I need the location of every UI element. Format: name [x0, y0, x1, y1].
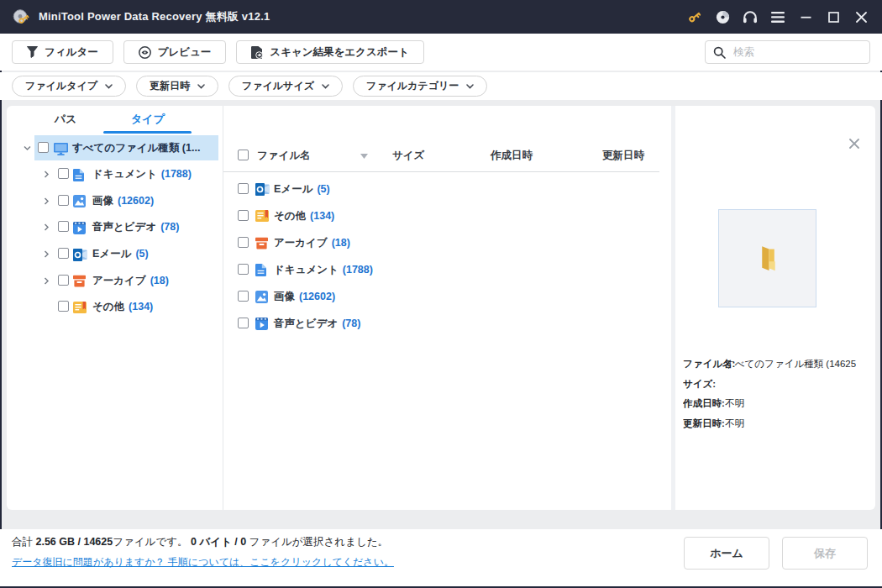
checkbox[interactable]: [238, 318, 249, 328]
file-size-filter[interactable]: ファイルサイズ: [228, 76, 343, 97]
toolbar-button-label: プレビュー: [158, 45, 212, 60]
row-file-name: 音声とビデオ: [274, 318, 338, 329]
table-body: Eメール(5) その他(134) アーカイブ(18) ドキュメント(1788) …: [223, 176, 671, 337]
select-all-checkbox[interactable]: [238, 150, 249, 160]
total-size-count: 2.56 GB / 14625: [35, 536, 113, 548]
checkbox[interactable]: [58, 301, 69, 312]
chevron-right-icon[interactable]: [42, 170, 51, 179]
column-created[interactable]: 作成日時: [491, 149, 533, 163]
close-icon[interactable]: [853, 9, 869, 24]
filter-pill-label: ファイルタイプ: [25, 79, 97, 93]
tree-item[interactable]: ドキュメント(1788): [7, 160, 223, 187]
chevron-right-icon[interactable]: [42, 249, 51, 259]
filter-pill-label: ファイルカテゴリー: [366, 79, 459, 93]
modified-date-filter[interactable]: 更新日時: [136, 76, 218, 97]
column-modified[interactable]: 更新日時: [602, 149, 644, 163]
checkbox[interactable]: [238, 264, 249, 275]
tree-item-label: アーカイブ: [92, 275, 146, 286]
file-info-label: 作成日時:: [683, 394, 725, 414]
tree-item[interactable]: 画像(12602): [7, 187, 223, 214]
checkbox[interactable]: [58, 248, 69, 259]
search-input[interactable]: [732, 45, 862, 59]
tree-item-label: その他: [92, 301, 124, 312]
caret-down-icon: [466, 84, 474, 89]
chevron-down-icon[interactable]: [23, 144, 32, 153]
minimize-icon[interactable]: [798, 9, 813, 24]
key-icon[interactable]: [687, 9, 702, 24]
search-box[interactable]: [705, 40, 870, 64]
headset-icon[interactable]: [743, 9, 758, 24]
tree-item[interactable]: アーカイブ(18): [7, 267, 223, 294]
file-info-value: 不明: [725, 394, 744, 414]
preview-button[interactable]: プレビュー: [123, 40, 227, 64]
sort-desc-icon[interactable]: [360, 154, 368, 159]
active-tab-underline: [103, 131, 192, 134]
file-info: ファイル名: すべてのファイル種類 (14625 サイズ: 作成日時: 不明 更…: [683, 354, 872, 433]
monitor-icon: [54, 142, 69, 155]
checkbox[interactable]: [58, 168, 69, 179]
checkbox[interactable]: [58, 275, 69, 286]
table-row[interactable]: その他(134): [223, 202, 671, 229]
disc-icon[interactable]: [715, 9, 730, 24]
tree-root-all-file-types[interactable]: すべてのファイル種類 (1...: [7, 135, 223, 160]
file-info-row: 作成日時: 不明: [683, 394, 872, 414]
table-row[interactable]: 音声とビデオ(78): [223, 310, 671, 337]
export-button[interactable]: スキャン結果をエクスポート: [236, 40, 423, 64]
checkbox[interactable]: [38, 142, 49, 153]
tab-path[interactable]: パス: [29, 106, 102, 132]
tree-item-count: (18): [150, 275, 169, 286]
caret-down-icon: [322, 84, 329, 89]
chevron-right-icon[interactable]: [42, 223, 51, 232]
table-row[interactable]: Eメール(5): [223, 176, 671, 202]
maximize-icon[interactable]: [826, 9, 841, 24]
row-file-name: アーカイブ: [274, 237, 328, 249]
checkbox[interactable]: [238, 210, 249, 221]
file-type-filter[interactable]: ファイルタイプ: [12, 76, 126, 97]
table-row[interactable]: ドキュメント(1788): [223, 256, 671, 283]
preview-box: [718, 209, 816, 307]
toolbar: フィルタープレビュースキャン結果をエクスポート: [0, 34, 882, 71]
table-row[interactable]: 画像(12602): [223, 283, 671, 310]
tree-item-label: 音声とビデオ: [92, 221, 156, 233]
caret-down-icon: [105, 84, 113, 89]
image-icon: [73, 195, 88, 208]
status-bar: 合計 2.56 GB / 14625ファイルです。 0 バイト / 0 ファイル…: [0, 529, 882, 586]
filter-button[interactable]: フィルター: [12, 40, 113, 64]
row-file-count: (12602): [299, 291, 335, 302]
panel-close-icon[interactable]: [848, 138, 860, 150]
home-button[interactable]: ホーム: [684, 537, 769, 570]
tabs: パス タイプ: [7, 106, 223, 135]
search-icon: [713, 46, 726, 59]
save-button[interactable]: 保存: [782, 537, 868, 570]
tree-item[interactable]: 音声とビデオ(78): [7, 213, 223, 240]
row-file-count: (1788): [343, 264, 373, 276]
checkbox[interactable]: [238, 237, 249, 248]
file-category-filter[interactable]: ファイルカテゴリー: [353, 76, 487, 97]
misc-icon: [255, 209, 270, 223]
checkbox[interactable]: [238, 291, 249, 302]
table-row[interactable]: アーカイブ(18): [223, 229, 671, 256]
column-file-name[interactable]: ファイル名: [257, 149, 311, 163]
row-file-name: Eメール: [274, 183, 312, 195]
tree-item[interactable]: その他(134): [7, 293, 223, 320]
column-size[interactable]: サイズ: [392, 149, 424, 163]
checkbox[interactable]: [238, 183, 249, 194]
tree-item-count: (5): [135, 248, 148, 260]
row-file-name: ドキュメント: [274, 264, 339, 276]
tree-item[interactable]: Eメール(5): [7, 240, 223, 267]
checkbox[interactable]: [58, 195, 69, 206]
filter-pill-label: 更新日時: [150, 79, 190, 93]
chevron-right-icon[interactable]: [42, 197, 51, 206]
left-panel: パス タイプ すべてのファイル種類 (1... ドキュメント(1788) 画像(…: [7, 106, 223, 510]
row-file-name: その他: [274, 210, 306, 222]
checkbox[interactable]: [58, 221, 69, 232]
toolbar-buttons: フィルタープレビュースキャン結果をエクスポート: [12, 40, 434, 64]
preview-eye-icon: [139, 46, 151, 59]
menu-icon[interactable]: [770, 9, 785, 24]
misc-icon: [73, 301, 88, 314]
help-link[interactable]: データ復旧に問題がありますか？ 手順については、ここをクリックしてください。: [12, 555, 394, 570]
file-type-tree: すべてのファイル種類 (1... ドキュメント(1788) 画像(12602) …: [7, 135, 223, 320]
tab-type[interactable]: タイプ: [105, 106, 191, 132]
chevron-right-icon[interactable]: [42, 276, 51, 286]
row-file-count: (5): [317, 183, 329, 195]
